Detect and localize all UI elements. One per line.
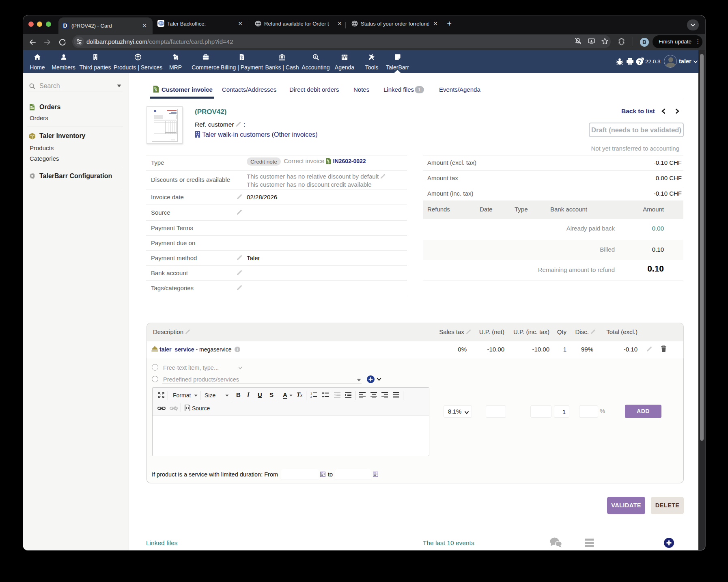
svg-text:1: 1 xyxy=(310,392,312,395)
svg-text:?: ? xyxy=(638,59,641,65)
svg-text:$: $ xyxy=(328,160,330,164)
svg-text:$: $ xyxy=(155,88,157,92)
svg-text:2: 2 xyxy=(310,395,312,398)
